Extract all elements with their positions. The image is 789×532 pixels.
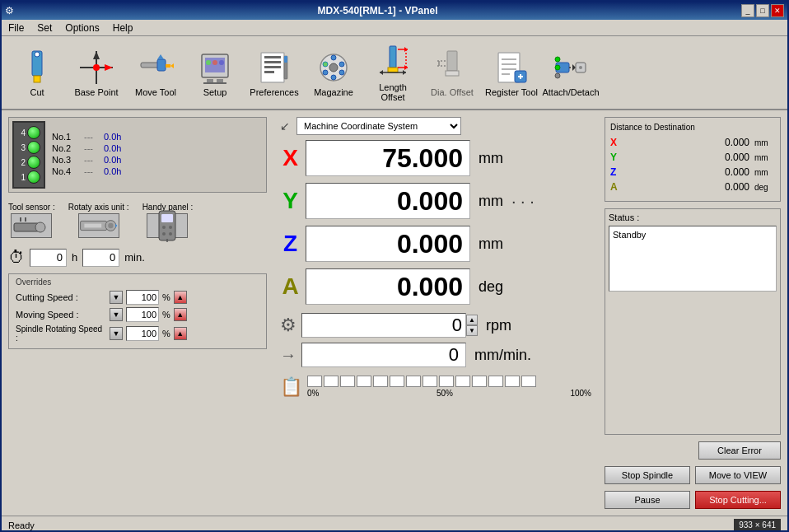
svg-rect-77 [161,214,173,222]
toolbar-preferences-button[interactable]: Preferences [245,40,303,105]
tool-no-3: No.3 [52,155,81,165]
svg-rect-1 [34,76,40,82]
feedrate-value: 0 [449,344,459,366]
rotary-axis-label: Rotaty axis unit : [68,203,129,212]
spindle-spinner: ▲ ▼ [466,315,478,336]
override-cutting-up-button[interactable]: ▲ [174,291,187,304]
spindle-down-button[interactable]: ▼ [466,325,478,336]
dist-z-unit: mm [754,168,775,177]
toolbar-attachdetach-label: Attach/Detach [542,87,599,97]
menu-set[interactable]: Set [30,21,58,35]
override-moving-row: Moving Speed : ▼ % ▲ [16,307,259,322]
clear-error-button[interactable]: Clear Error [698,441,781,460]
toolbar-basepoint-button[interactable]: Base Point [68,40,125,105]
progress-cell-12 [505,376,520,387]
overrides-panel: Overrides Cutting Speed : ▼ % ▲ Moving S… [8,273,267,349]
toolbar-cut-label: Cut [30,87,44,97]
toolbar-diaoffset-button[interactable]: Dia. Offset [423,40,481,105]
toolbar-cut-button[interactable]: Cut [8,40,66,105]
statusbar-dimensions: 933 × 641 [734,519,781,531]
status-panel: Status : Standby [605,208,781,435]
minimize-button[interactable]: _ [741,4,754,17]
tool-dash-4: --- [84,166,100,176]
override-moving-input[interactable] [126,307,159,322]
svg-point-74 [108,223,113,228]
progress-cell-3 [357,376,371,387]
pause-button[interactable]: Pause [605,491,690,509]
override-spindle-label: Spindle Rotating Speed : [16,324,106,343]
svg-rect-37 [388,68,398,72]
coord-z-number: 0.000 [397,229,463,259]
length-offset-icon [373,43,413,82]
sensor-section: Tool sensor : Rotaty axis unit : [8,203,267,238]
override-spindle-input[interactable] [126,326,159,341]
toolbar-magazine-button[interactable]: Magazine [305,40,362,105]
override-cutting-pct: % [162,292,170,302]
feedrate-unit: mm/min. [474,347,531,364]
feedrate-row: → 0 mm/min. [280,343,591,367]
spindle-view-row: Stop Spindle Move to VIEW [605,466,781,484]
light-label-1: 1 [17,173,26,182]
distance-to-destination: Distance to Destination X 0.000 mm Y 0.0… [605,117,781,202]
override-spindle-row: Spindle Rotating Speed : ▼ % ▲ [16,324,259,343]
toolbar-attachdetach-button[interactable]: Attach/Detach [542,40,600,105]
spindle-row: ⚙ 0 ▲ ▼ rpm [280,313,591,338]
dist-z-value: 0.000 [625,166,749,178]
coordinate-system-dropdown[interactable]: Machine Coordinate System Work Coordinat… [296,117,461,135]
toolbar-preferences-label: Preferences [250,87,298,97]
dist-y-letter: Y [610,152,620,163]
toolbar: Cut Base Point Move Tool [2,36,787,110]
svg-point-33 [323,70,328,75]
svg-point-63 [579,66,582,69]
toolbar-movetool-button[interactable]: Move Tool [127,40,184,105]
coord-origin-icon: ↙ [280,119,290,133]
spindle-up-button[interactable]: ▲ [466,315,478,325]
tool-row-3: No.3 --- 0.0h [52,155,263,165]
progress-cell-6 [406,376,421,387]
override-cutting-down-button[interactable]: ▼ [110,291,123,304]
override-spindle-down-button[interactable]: ▼ [110,327,123,340]
progress-icon: 📋 [280,376,302,398]
status-title: Status : [609,212,777,222]
svg-rect-46 [447,51,457,71]
menu-options[interactable]: Options [58,21,105,35]
spindle-value-box: 0 [301,313,466,338]
timer-hours-value: 0 [57,251,63,264]
toolbar-registertool-button[interactable]: Register Tool [483,40,540,105]
override-cutting-input[interactable] [126,290,159,305]
dist-z-letter: Z [610,166,620,178]
override-moving-up-button[interactable]: ▲ [174,308,187,321]
stop-spindle-button[interactable]: Stop Spindle [605,466,690,484]
menu-file[interactable]: File [2,21,30,35]
dist-a-value: 0.000 [625,181,749,193]
tool-dash-2: --- [84,143,100,153]
tool-sensor-img [11,213,52,238]
toolbar-lengthoffset-button[interactable]: Length Offset [364,40,422,105]
tool-status-panel: 4 3 2 1 [8,117,267,193]
feedrate-value-box: 0 [301,343,466,367]
register-tool-icon [492,48,531,87]
preferences-icon [254,48,294,87]
close-button[interactable]: ✕ [771,4,784,17]
toolbar-magazine-label: Magazine [314,87,353,97]
light-label-3: 3 [17,143,26,152]
cut-icon [17,48,57,87]
handy-panel-item: Handy panel : [142,203,194,238]
toolbar-setup-button[interactable]: Setup [186,40,244,105]
override-moving-down-button[interactable]: ▼ [110,308,123,321]
maximize-button[interactable]: □ [756,4,769,17]
movetool-icon [136,48,175,87]
coord-z-row: Z 0.000 mm [280,226,591,262]
dist-x-letter: X [610,137,620,148]
light-label-2: 2 [17,158,26,167]
menu-help[interactable]: Help [106,21,140,35]
move-to-view-button[interactable]: Move to VIEW [695,466,781,484]
svg-point-2 [35,52,40,57]
progress-bar [307,376,591,387]
timer-section: ⏱ 0 h 0 min. [8,248,267,267]
svg-rect-24 [264,66,281,68]
override-spindle-up-button[interactable]: ▲ [174,327,187,340]
dist-x-value: 0.000 [625,137,749,148]
rotary-axis-item: Rotaty axis unit : [68,203,129,238]
stop-cutting-button[interactable]: Stop Cutting... [695,491,781,509]
